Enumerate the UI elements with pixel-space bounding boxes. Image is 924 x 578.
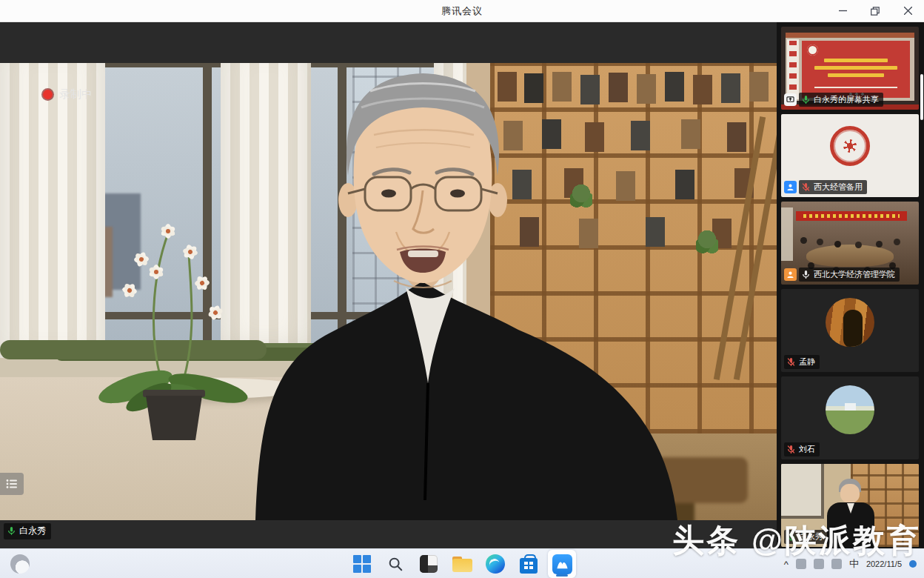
participant-name-tag: 孟静: [784, 355, 820, 369]
participant-tile[interactable]: 西大经管备用: [781, 114, 919, 197]
window-title: 腾讯会议: [441, 4, 483, 18]
participant-name: 白永秀的屏幕共享: [814, 94, 879, 105]
taskbar-left: [10, 554, 30, 574]
slide-title-line: [828, 73, 884, 77]
microphone-muted-icon: [786, 357, 796, 367]
meeting-content: 录制中 白永秀: [0, 22, 924, 548]
layout-toggle-button[interactable]: [0, 473, 24, 495]
tencent-meeting-window: 腾讯会议: [0, 0, 924, 578]
speaker-video: 录制中: [0, 63, 777, 520]
participant-tile[interactable]: 刘石: [781, 376, 919, 459]
close-button[interactable]: [891, 0, 924, 21]
participant-avatar: [826, 298, 874, 347]
edge-button[interactable]: [481, 550, 509, 578]
search-icon: [387, 556, 404, 572]
restore-icon: [871, 7, 880, 16]
room-window: [781, 207, 793, 261]
widgets-button[interactable]: [415, 550, 443, 578]
title-bar: 腾讯会议: [0, 0, 924, 22]
speaker-person: [0, 63, 777, 520]
participant-tile-screen-share[interactable]: 白永秀的屏幕共享: [781, 27, 919, 110]
sidebar-scrollbar[interactable]: [920, 74, 923, 120]
slide-rule: [814, 87, 897, 88]
microsoft-store-icon: [520, 558, 538, 574]
microphone-on-icon: [7, 526, 16, 536]
close-icon: [904, 7, 912, 15]
active-app-indicator: [556, 574, 568, 577]
user-icon: [784, 268, 797, 281]
participant-name: 孟静: [799, 356, 815, 368]
participant-tile[interactable]: 孟静: [781, 289, 919, 372]
participant-avatar: [826, 385, 874, 434]
list-layout-icon: [6, 479, 18, 489]
recording-label: 录制中: [59, 87, 93, 102]
slide-thumbnails: [787, 39, 799, 99]
shared-app-bar: [786, 33, 914, 38]
screen-share-icon: [784, 93, 797, 106]
taskbar-center: [348, 549, 576, 578]
microphone-on-icon: [801, 95, 811, 104]
search-button[interactable]: [381, 550, 409, 578]
participant-tile[interactable]: 西北大学经济管理学院: [781, 202, 919, 285]
participant-name-tag: 刘石: [784, 442, 820, 456]
slide-title-line: [824, 59, 888, 62]
room-attendees: [800, 237, 807, 244]
microphone-on-icon: [801, 270, 811, 279]
minimize-icon: [839, 7, 847, 15]
participant-name: 西大经管备用: [814, 182, 863, 193]
participant-name: 西北大学经济管理学院: [814, 269, 895, 280]
recording-indicator: 录制中: [43, 87, 93, 102]
shared-window: [786, 33, 914, 101]
window-controls: [826, 0, 924, 21]
slide-title-line: [814, 66, 897, 70]
windows-start-icon: [353, 555, 371, 573]
watermark: 头条 @陕派教育: [672, 519, 921, 562]
main-video-tile[interactable]: 录制中 白永秀: [0, 22, 777, 548]
microphone-muted-icon: [786, 445, 796, 454]
participant-name-tag: 西大经管备用: [784, 180, 867, 194]
participants-sidebar: 白永秀的屏幕共享 西大经管备用: [781, 22, 919, 548]
recording-dot-icon: [43, 90, 53, 99]
speaker-name: 白永秀: [19, 525, 46, 537]
room-banner: [796, 211, 907, 221]
file-explorer-button[interactable]: [448, 550, 476, 578]
participant-name-tag: 白永秀的屏幕共享: [784, 93, 883, 107]
microphone-muted-icon: [801, 182, 811, 192]
weather-icon[interactable]: [10, 554, 30, 574]
logo-avatar: [830, 126, 870, 166]
slide-logo: [807, 44, 818, 56]
microsoft-store-button[interactable]: [515, 550, 543, 578]
speaker-name-tag: 白永秀: [4, 523, 51, 539]
participant-name: 刘石: [799, 444, 815, 455]
widgets-icon: [420, 555, 438, 573]
minimize-button[interactable]: [826, 0, 859, 21]
mini-window: [781, 464, 824, 519]
user-icon: [784, 181, 797, 193]
tencent-meeting-icon: [552, 554, 572, 574]
presentation-slide: [802, 41, 910, 98]
edge-browser-icon: [486, 554, 505, 574]
restore-button[interactable]: [859, 0, 891, 21]
tencent-meeting-taskbar-button[interactable]: [548, 550, 576, 578]
conference-table: [806, 245, 894, 267]
start-button[interactable]: [348, 550, 376, 578]
file-explorer-icon: [452, 557, 472, 572]
participant-name-tag: 西北大学经济管理学院: [784, 268, 900, 282]
mini-speaker-face: [840, 484, 860, 503]
